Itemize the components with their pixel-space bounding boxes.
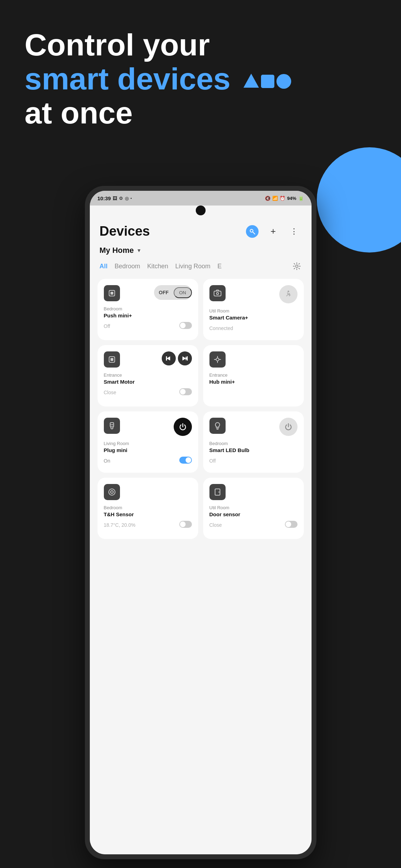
mini-toggle-sensor[interactable] xyxy=(179,521,192,528)
power-off-icon xyxy=(284,423,293,431)
device-name: Hub mini+ xyxy=(209,378,298,385)
motor-next-button[interactable] xyxy=(178,351,192,365)
battery-icon: 🔋 xyxy=(298,196,304,201)
bulb-power-button[interactable] xyxy=(279,418,298,436)
settings-status-icon: ⚙ xyxy=(119,196,123,201)
door-icon xyxy=(214,488,221,496)
more-icon: ⋮ xyxy=(290,227,299,236)
device-status: On xyxy=(104,458,111,464)
device-bottom: 18.7°C, 20.0% xyxy=(104,521,192,528)
device-card-top xyxy=(104,351,192,368)
device-status: Off xyxy=(209,458,216,464)
page-title: Devices xyxy=(100,224,150,239)
svg-point-7 xyxy=(287,291,289,292)
push-icon xyxy=(108,289,116,297)
device-icon-door xyxy=(209,484,226,500)
skip-back-icon xyxy=(166,356,172,361)
hub-icon xyxy=(214,356,221,363)
device-icon-motor xyxy=(104,351,120,368)
hero-accent: smart devices xyxy=(25,61,230,96)
device-card-door: Util Room Door sensor Close xyxy=(203,478,304,539)
off-button[interactable]: OFF xyxy=(154,288,174,297)
device-status: Connected xyxy=(209,325,233,331)
header-actions: + ⋮ xyxy=(245,224,302,239)
push-toggle[interactable]: OFF ON xyxy=(154,285,192,300)
motor-prev-button[interactable] xyxy=(162,351,176,365)
device-status: Close xyxy=(209,522,222,528)
plug-icon xyxy=(108,422,116,430)
shape-square-icon xyxy=(261,75,274,88)
device-icon-plug xyxy=(104,418,120,434)
alarm-icon: ⏰ xyxy=(280,196,285,201)
device-card-top xyxy=(104,484,192,500)
home-name: My Home xyxy=(100,246,134,255)
tab-e[interactable]: E xyxy=(218,263,222,270)
status-icons-right: 🔇 📶 ⏰ 94% 🔋 xyxy=(265,196,303,201)
device-room: Bedroom xyxy=(104,505,192,510)
status-icons-left: 10:39 🖼 ⚙ ◎ • xyxy=(98,195,132,201)
svg-marker-12 xyxy=(182,356,186,361)
dot-icon: • xyxy=(131,196,132,200)
home-selector[interactable]: My Home ▼ xyxy=(90,243,312,260)
device-card-plug: Living Room Plug mini On xyxy=(98,411,198,473)
shape-circle-icon xyxy=(276,74,291,89)
battery-text: 94% xyxy=(287,196,296,201)
svg-rect-9 xyxy=(111,358,113,361)
room-settings-button[interactable] xyxy=(292,261,302,271)
profile-icon xyxy=(246,225,259,238)
motor-icon xyxy=(108,356,116,363)
device-card-hub: Entrance Hub mini+ xyxy=(203,345,304,406)
on-button[interactable]: ON xyxy=(174,287,192,298)
bulb-icon xyxy=(214,422,221,430)
device-card-top: OFF ON xyxy=(104,285,192,301)
hero-line1: Control your xyxy=(25,27,210,62)
device-card-top xyxy=(209,484,298,500)
devices-grid: OFF ON Bedroom Push mini+ Off xyxy=(90,276,312,542)
skip-forward-icon xyxy=(182,356,188,361)
device-card-top xyxy=(104,418,192,436)
push-controls: OFF ON xyxy=(154,285,192,300)
chevron-down-icon: ▼ xyxy=(136,248,141,253)
device-card-bulb: Bedroom Smart LED Bulb Off xyxy=(203,411,304,473)
device-icon-hub xyxy=(209,351,226,368)
svg-marker-10 xyxy=(167,356,170,361)
camera-notch xyxy=(196,206,206,215)
app-content: Devices + xyxy=(90,206,312,854)
more-options-button[interactable]: ⋮ xyxy=(287,224,302,239)
device-icon-bulb xyxy=(209,418,226,434)
tab-living-room[interactable]: Living Room xyxy=(175,263,210,270)
device-room: Util Room xyxy=(209,308,298,314)
device-bottom: Connected xyxy=(209,324,298,331)
device-bottom: Off xyxy=(104,322,192,329)
plug-power-button[interactable] xyxy=(174,418,192,436)
device-card-top xyxy=(209,285,298,303)
mini-toggle-door[interactable] xyxy=(285,521,298,528)
plus-icon: + xyxy=(270,226,276,237)
tab-kitchen[interactable]: Kitchen xyxy=(147,263,168,270)
device-status: Off xyxy=(104,323,110,329)
profile-button[interactable] xyxy=(245,224,260,239)
tab-bedroom[interactable]: Bedroom xyxy=(115,263,140,270)
mini-toggle-motor[interactable] xyxy=(179,388,192,395)
device-bottom: Close xyxy=(209,521,298,528)
shape-triangle-icon xyxy=(243,74,259,88)
mini-toggle-push[interactable] xyxy=(179,322,192,329)
svg-point-21 xyxy=(112,492,112,492)
run-icon xyxy=(284,290,293,299)
camera-run-icon xyxy=(279,285,298,303)
device-card-camera: Util Room Smart Camera+ Connected xyxy=(203,279,304,340)
svg-rect-5 xyxy=(214,291,221,296)
mini-toggle-plug[interactable] xyxy=(179,457,192,464)
camera-icon xyxy=(214,289,221,297)
device-bottom: Close xyxy=(104,388,192,395)
device-card-sensor: Bedroom T&H Sensor 18.7°C, 20.0% xyxy=(98,478,198,539)
device-bottom: Off xyxy=(209,457,298,464)
room-tabs: All Bedroom Kitchen Living Room E xyxy=(90,260,312,276)
device-icon-camera xyxy=(209,285,226,301)
device-name: Push mini+ xyxy=(104,312,192,319)
add-device-button[interactable]: + xyxy=(266,224,281,239)
tab-all[interactable]: All xyxy=(100,263,108,270)
key-icon xyxy=(249,228,256,235)
phone-inner: 10:39 🖼 ⚙ ◎ • 🔇 📶 ⏰ 94% 🔋 xyxy=(90,191,312,854)
device-room: Bedroom xyxy=(209,441,298,446)
